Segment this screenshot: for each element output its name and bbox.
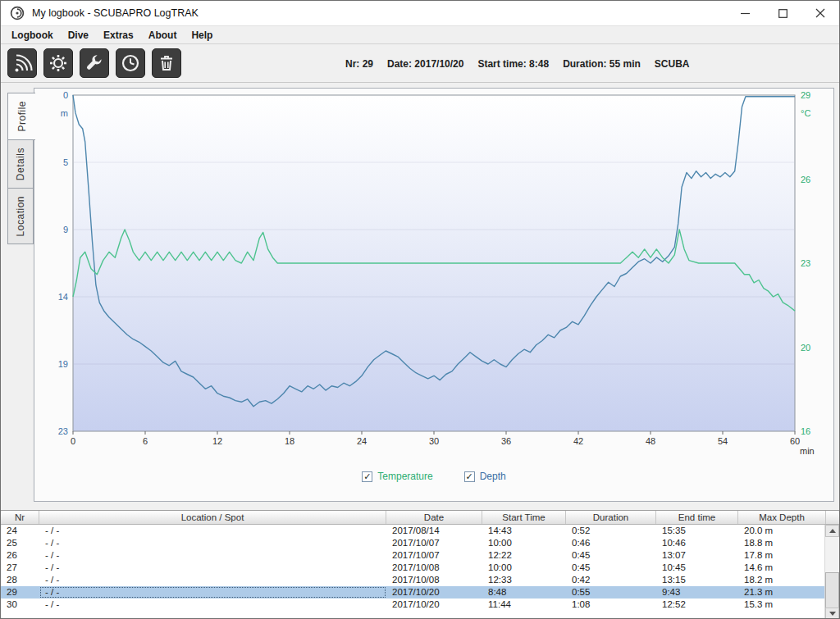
svg-text:19: 19 [58, 359, 68, 369]
svg-text:54: 54 [718, 436, 728, 446]
main-area: 06121824303642485460min059141923m2926232… [1, 83, 839, 510]
table-row-28[interactable]: 28- / -2017/10/0812:330:4213:1518.2 m [1, 574, 826, 586]
minimize-icon [741, 9, 750, 18]
side-tabs: ProfileDetailsLocation [7, 93, 35, 244]
cell-end-time: 13:15 [656, 574, 738, 586]
svg-text:18: 18 [285, 436, 294, 446]
cell-max-depth: 21.3 m [738, 586, 826, 599]
svg-text:°C: °C [801, 108, 810, 118]
maximize-button[interactable] [764, 1, 801, 25]
cell-date: 2017/10/07 [386, 537, 482, 549]
cell-nr: 26 [1, 549, 39, 562]
cell-date: 2017/10/20 [386, 586, 482, 599]
svg-text:24: 24 [357, 436, 367, 446]
close-button[interactable] [801, 1, 839, 25]
svg-text:23: 23 [58, 426, 68, 436]
cell-date: 2017/10/07 [386, 549, 482, 562]
cell-start-time: 12:22 [482, 549, 566, 562]
window-title: My logbook - SCUBAPRO LogTRAK [32, 7, 199, 19]
cell-location-spot: - / - [39, 599, 386, 611]
app-icon [10, 6, 25, 20]
svg-text:29: 29 [801, 90, 810, 100]
svg-text:20: 20 [801, 343, 810, 353]
table-row-29-selected[interactable]: 29- / -2017/10/208:480:559:4321.3 m [1, 586, 826, 599]
cell-location-spot: - / - [39, 525, 386, 537]
svg-text:5: 5 [63, 157, 68, 167]
delete-button[interactable] [152, 48, 181, 78]
arrow-up-icon [829, 529, 836, 533]
menu-dive[interactable]: Dive [61, 26, 96, 43]
app-window: My logbook - SCUBAPRO LogTRAK LogbookDiv… [0, 0, 840, 619]
table-row-26[interactable]: 26- / -2017/10/0712:220:4513:0717.8 m [1, 549, 826, 562]
table-row-27[interactable]: 27- / -2017/10/0810:000:4510:4514.6 m [1, 562, 826, 574]
cell-max-depth: 18.8 m [738, 537, 826, 549]
dive-info-item-0: Nr: 29 [345, 58, 373, 70]
tools-icon [84, 52, 105, 74]
cell-nr: 24 [1, 525, 39, 537]
cell-location-spot: - / - [39, 549, 386, 562]
cell-start-time: 12:33 [482, 574, 566, 586]
table-row-30[interactable]: 30- / -2017/10/2011:441:0812:5215.3 m [1, 599, 826, 611]
tab-location[interactable]: Location [7, 188, 34, 244]
svg-text:23: 23 [801, 258, 810, 268]
column-header-date[interactable]: Date [386, 511, 482, 524]
cell-max-depth: 15.3 m [738, 599, 826, 611]
scroll-down-button[interactable] [825, 608, 839, 619]
toolbar-buttons [7, 48, 181, 78]
cell-duration: 0:45 [566, 562, 656, 574]
column-header-max-depth[interactable]: Max Depth [738, 511, 826, 524]
settings-button[interactable] [43, 48, 73, 78]
table-row-25[interactable]: 25- / -2017/10/0710:000:4610:4618.8 m [1, 537, 826, 549]
dive-info-item-2: Start time: 8:48 [477, 58, 549, 70]
cell-location-spot: - / - [39, 537, 386, 549]
cell-date: 2017/10/08 [386, 574, 482, 586]
tab-label: Details [15, 148, 26, 180]
tab-profile[interactable]: Profile [7, 93, 35, 140]
statistics-button[interactable] [116, 48, 145, 78]
column-header-start-time[interactable]: Start Time [482, 511, 566, 524]
menu-extras[interactable]: Extras [96, 26, 141, 43]
scrollbar-thumb[interactable] [825, 572, 839, 608]
table-scrollbar[interactable] [824, 525, 839, 619]
column-header-nr[interactable]: Nr [1, 511, 39, 524]
cell-duration: 0:42 [566, 574, 656, 586]
cell-date: 2017/08/14 [386, 525, 482, 537]
maximize-icon [778, 9, 788, 18]
cell-end-time: 10:46 [656, 537, 738, 549]
cell-date: 2017/10/08 [386, 562, 482, 574]
cell-nr: 30 [1, 599, 39, 611]
svg-text:0: 0 [71, 436, 75, 446]
column-header-location-spot[interactable]: Location / Spot [39, 511, 386, 524]
dive-log-table: NrLocation / SpotDateStart TimeDurationE… [1, 510, 839, 619]
minimize-button[interactable] [726, 1, 764, 25]
svg-text:9: 9 [63, 225, 68, 234]
cell-duration: 1:08 [566, 599, 656, 611]
depth-checkbox[interactable]: ✓ [464, 471, 475, 482]
menu-help[interactable]: Help [184, 26, 220, 43]
dive-info-item-1: Date: 2017/10/20 [387, 58, 463, 70]
tools-button[interactable] [80, 48, 109, 78]
menu-logbook[interactable]: Logbook [4, 26, 61, 43]
menu-about[interactable]: About [141, 26, 185, 43]
transfer-button[interactable] [7, 48, 37, 78]
column-header-end-time[interactable]: End time [656, 511, 738, 524]
column-header-duration[interactable]: Duration [566, 511, 656, 524]
menu-bar: LogbookDiveExtrasAboutHelp [1, 25, 839, 44]
cell-duration: 0:46 [566, 537, 656, 549]
tab-details[interactable]: Details [7, 139, 34, 189]
svg-text:6: 6 [143, 436, 148, 446]
cell-max-depth: 20.0 m [738, 525, 826, 537]
table-row-24[interactable]: 24- / -2017/08/1414:430:5215:3520.0 m [1, 525, 826, 537]
svg-text:30: 30 [429, 436, 439, 446]
tab-label: Profile [16, 101, 28, 132]
scroll-up-button[interactable] [825, 525, 839, 537]
cell-location-spot: - / - [39, 586, 386, 599]
cell-start-time: 14:43 [482, 525, 566, 537]
close-icon [815, 8, 825, 18]
table-body: 24- / -2017/08/1414:430:5215:3520.0 m25-… [1, 525, 826, 619]
cell-end-time: 15:35 [656, 525, 738, 537]
settings-icon [48, 52, 69, 74]
temperature-checkbox[interactable]: ✓ [362, 471, 372, 482]
cell-max-depth: 18.2 m [738, 574, 826, 586]
svg-text:14: 14 [58, 292, 68, 302]
